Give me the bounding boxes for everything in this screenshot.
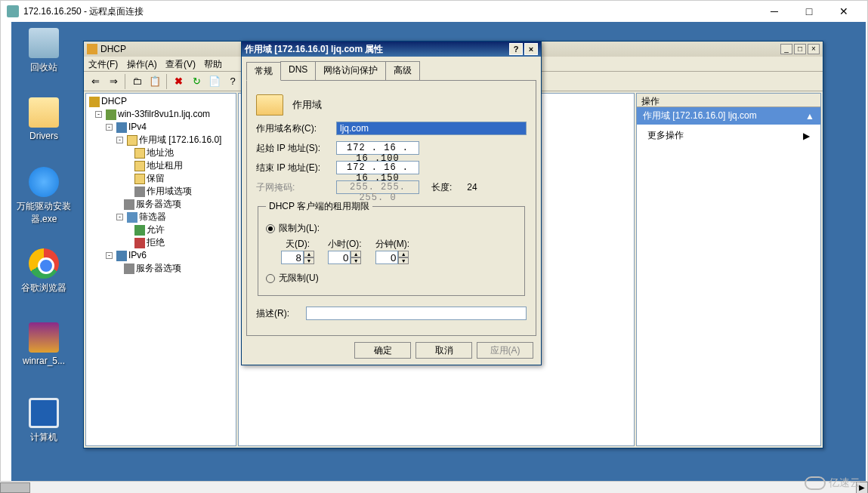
tree-ipv4[interactable]: IPv4 xyxy=(128,121,147,134)
toggle-icon[interactable]: - xyxy=(116,137,123,143)
win10-min-button[interactable]: ─ xyxy=(757,1,792,22)
remote-desktop: 回收站 Drivers 万能驱动安装器.exe 谷歌浏览器 winrar_5..… xyxy=(11,22,866,481)
menu-action[interactable]: 操作(A) xyxy=(127,59,157,69)
win10-close-button[interactable]: ✕ xyxy=(826,1,861,22)
toggle-icon[interactable]: - xyxy=(95,111,102,118)
days-spinner[interactable]: ▲▼ xyxy=(281,251,314,264)
refresh-button[interactable]: ↻ xyxy=(188,73,205,90)
spin-down-icon[interactable]: ▼ xyxy=(398,257,409,264)
hours-input[interactable] xyxy=(328,251,351,264)
horizontal-scrollbar[interactable]: ▶ xyxy=(0,481,868,493)
label-scope-name: 作用域名称(C): xyxy=(256,122,332,135)
tree-scopeopt[interactable]: 作用域选项 xyxy=(147,185,192,198)
win10-max-button[interactable]: □ xyxy=(792,1,826,22)
ok-button[interactable]: 确定 xyxy=(354,342,411,359)
tree-root[interactable]: DHCP xyxy=(101,95,127,108)
label-end-ip: 结束 IP 地址(E): xyxy=(256,162,332,174)
dialog-titlebar[interactable]: 作用域 [172.16.16.0] ljq.com 属性 ? × xyxy=(242,42,541,57)
dialog-close-button[interactable]: × xyxy=(524,43,538,55)
menu-help[interactable]: 帮助 xyxy=(204,59,222,69)
hours-spinner[interactable]: ▲▼ xyxy=(328,251,361,264)
radio-on-icon xyxy=(266,224,275,233)
tree-filter[interactable]: 筛选器 xyxy=(139,211,166,223)
watermark-logo-icon xyxy=(805,476,826,490)
spin-up-icon[interactable]: ▲ xyxy=(398,251,409,257)
mmc-min-button[interactable]: _ xyxy=(780,44,792,54)
nav-back-button[interactable]: ⇐ xyxy=(87,73,103,90)
tab-dns[interactable]: DNS xyxy=(280,61,316,80)
delete-button[interactable]: ✖ xyxy=(170,73,187,90)
days-input[interactable] xyxy=(281,251,304,264)
mmc-close-button[interactable]: × xyxy=(808,44,820,54)
radio-unlimited[interactable]: 无限制(U) xyxy=(266,272,517,285)
scope-name-input[interactable]: ljq.com xyxy=(336,122,527,135)
menu-file[interactable]: 文件(F) xyxy=(88,59,118,69)
win10-titlebar[interactable]: 172.16.16.250 - 远程桌面连接 ─ □ ✕ xyxy=(1,1,867,22)
cancel-button[interactable]: 取消 xyxy=(415,342,472,359)
mmc-max-button[interactable]: □ xyxy=(794,44,806,54)
toggle-icon[interactable]: - xyxy=(106,124,113,131)
tree-allow[interactable]: 允许 xyxy=(147,223,165,236)
tree-deny[interactable]: 拒绝 xyxy=(147,236,165,249)
menu-view[interactable]: 查看(V) xyxy=(165,59,196,69)
desktop-recycle-bin[interactable]: 回收站 xyxy=(16,28,72,74)
tab-general[interactable]: 常规 xyxy=(246,62,281,81)
spin-down-icon[interactable]: ▼ xyxy=(351,257,361,264)
minutes-spinner[interactable]: ▲▼ xyxy=(375,251,409,264)
apply-button[interactable]: 应用(A) xyxy=(477,342,533,359)
minutes-input[interactable] xyxy=(375,251,398,264)
spin-up-icon[interactable]: ▲ xyxy=(304,251,314,257)
tree-scope[interactable]: 作用域 [172.16.16.0] xyxy=(139,134,221,146)
lease-group: DHCP 客户端的租用期限 限制为(L): 天(D): ▲▼ 小时(O): xyxy=(258,200,525,296)
tree-pool[interactable]: 地址池 xyxy=(147,146,174,159)
dialog-tabs: 常规 DNS 网络访问保护 高级 xyxy=(246,61,536,80)
spin-down-icon[interactable]: ▼ xyxy=(304,257,314,264)
spin-up-icon[interactable]: ▲ xyxy=(351,251,361,257)
desktop-winrar[interactable]: winrar_5... xyxy=(16,322,72,366)
tree-ipv6[interactable]: IPv6 xyxy=(128,249,147,262)
help-button[interactable]: ? xyxy=(224,73,241,90)
reserve-icon xyxy=(134,174,145,184)
actions-section[interactable]: 作用域 [172.16.16.0] ljq.com ▲ xyxy=(637,107,820,125)
tree-server[interactable]: win-33filr8vu1n.ljq.com xyxy=(118,108,210,121)
actions-header: 操作 xyxy=(637,94,820,107)
dialog-help-button[interactable]: ? xyxy=(509,43,523,55)
toggle-icon[interactable]: - xyxy=(106,252,113,259)
srvopt6-icon xyxy=(124,263,134,274)
mmc-tree[interactable]: DHCP -win-33filr8vu1n.ljq.com -IPv4 -作用域… xyxy=(85,93,236,446)
recycle-bin-icon xyxy=(29,28,59,58)
description-input[interactable] xyxy=(306,307,527,320)
label-subnet-mask: 子网掩码: xyxy=(256,181,332,194)
desktop-computer[interactable]: 计算机 xyxy=(16,398,72,444)
actions-more-label: 更多操作 xyxy=(647,129,684,142)
actions-section-label: 作用域 [172.16.16.0] ljq.com xyxy=(643,109,757,122)
label-minutes: 分钟(M): xyxy=(375,238,409,251)
toggle-icon[interactable]: - xyxy=(116,214,123,220)
desktop-drivers[interactable]: Drivers xyxy=(16,97,72,141)
tree-reserve[interactable]: 保留 xyxy=(147,172,165,185)
desktop-chrome[interactable]: 谷歌浏览器 xyxy=(16,248,72,294)
srvopt-icon xyxy=(124,199,134,210)
tree-lease[interactable]: 地址租用 xyxy=(147,159,183,172)
tree-srvopt[interactable]: 服务器选项 xyxy=(136,198,181,211)
tab-advanced[interactable]: 高级 xyxy=(385,61,420,80)
ipv4-icon xyxy=(116,122,127,133)
scope-properties-dialog[interactable]: 作用域 [172.16.16.0] ljq.com 属性 ? × 常规 DNS … xyxy=(241,41,542,365)
length-value: 24 xyxy=(467,182,477,193)
pool-icon xyxy=(134,148,145,159)
properties-button[interactable]: 📋 xyxy=(147,73,163,90)
up-button[interactable]: 🗀 xyxy=(128,73,145,90)
scope-folder-icon xyxy=(256,94,283,116)
watermark: 亿速云 xyxy=(805,476,860,490)
end-ip-input[interactable]: 172 . 16 . 16 .150 xyxy=(336,161,419,174)
tab-nap[interactable]: 网络访问保护 xyxy=(315,61,386,80)
export-button[interactable]: 📄 xyxy=(206,73,223,90)
scroll-thumb[interactable] xyxy=(0,482,30,493)
tree-srvopt6[interactable]: 服务器选项 xyxy=(136,262,181,275)
start-ip-input[interactable]: 172 . 16 . 16 .100 xyxy=(336,141,419,155)
actions-more[interactable]: 更多操作 ▶ xyxy=(637,125,820,146)
radio-limited[interactable]: 限制为(L): xyxy=(266,222,517,235)
nav-fwd-button[interactable]: ⇒ xyxy=(105,73,122,90)
desktop-driver-installer[interactable]: 万能驱动安装器.exe xyxy=(16,167,72,226)
dhcp-root-icon xyxy=(89,97,100,107)
